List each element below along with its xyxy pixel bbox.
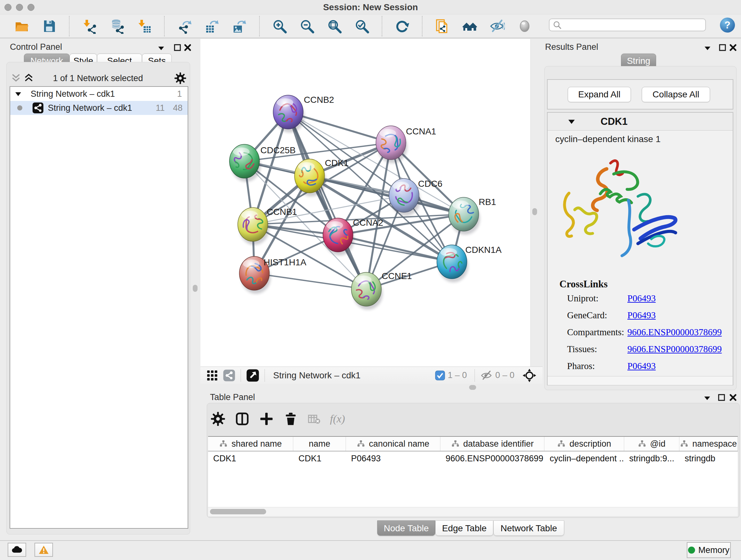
results-scrollbar-track[interactable] bbox=[548, 376, 733, 385]
network-collection-row[interactable]: String Network – cdk1 1 bbox=[10, 87, 188, 101]
column-header[interactable]: canonical name bbox=[346, 437, 441, 451]
collapse-triangle-icon[interactable] bbox=[567, 118, 576, 126]
birdseye-icon[interactable] bbox=[246, 369, 259, 382]
open-session-icon[interactable] bbox=[14, 18, 29, 34]
bottom-splitter-grip[interactable] bbox=[469, 385, 476, 390]
table-cell[interactable]: stringdb bbox=[679, 451, 738, 465]
share-document-icon[interactable] bbox=[434, 18, 450, 34]
gear-icon[interactable] bbox=[211, 412, 225, 426]
table-cell[interactable]: 9606.ENSP00000378699 bbox=[441, 451, 544, 465]
control-panel-float-icon[interactable] bbox=[173, 44, 182, 52]
grid-icon[interactable] bbox=[206, 369, 218, 381]
results-panel-menu-icon[interactable] bbox=[703, 44, 712, 52]
crosslink-row: Pharos:P06493 bbox=[547, 361, 733, 378]
network-canvas[interactable]: CCNB2CCNA1CDC25BCDK1CDC6RB1CCNB1CCNA2CDK… bbox=[200, 39, 531, 367]
table-cell[interactable]: P06493 bbox=[346, 451, 441, 465]
import-database-icon[interactable] bbox=[109, 18, 125, 34]
zoom-selected-icon[interactable] bbox=[354, 18, 369, 34]
control-panel-close-icon[interactable] bbox=[184, 44, 192, 52]
refresh-icon[interactable] bbox=[394, 18, 410, 34]
results-panel-float-icon[interactable] bbox=[718, 44, 727, 52]
right-splitter-grip[interactable] bbox=[532, 208, 537, 215]
tab-string[interactable]: String bbox=[621, 54, 656, 68]
table-cell[interactable]: stringdb:9... bbox=[624, 451, 680, 465]
column-header[interactable]: namespace bbox=[679, 437, 738, 451]
table-cell[interactable]: cyclin–dependent ... bbox=[544, 451, 624, 465]
crosslink-link[interactable]: 9606.ENSP00000378699 bbox=[627, 327, 722, 337]
search-input[interactable] bbox=[562, 20, 705, 30]
zoom-out-icon[interactable] bbox=[299, 18, 315, 34]
gear-icon[interactable] bbox=[174, 72, 186, 84]
network-edge-count: 48 bbox=[173, 101, 183, 115]
sphere-icon[interactable] bbox=[517, 18, 532, 34]
home-icon[interactable] bbox=[462, 18, 477, 34]
gene-section-header[interactable]: CDK1 bbox=[547, 112, 733, 131]
save-session-icon[interactable] bbox=[42, 18, 57, 34]
table-panel-float-icon[interactable] bbox=[718, 393, 726, 401]
footer-divider bbox=[475, 369, 475, 382]
table-scrollbar-thumb[interactable] bbox=[210, 509, 266, 514]
zoom-in-icon[interactable] bbox=[272, 18, 287, 34]
table-panel-close-icon[interactable] bbox=[729, 393, 737, 401]
columns-icon[interactable] bbox=[235, 412, 250, 426]
toolbar-divider bbox=[259, 16, 260, 37]
node-gloss bbox=[233, 147, 250, 156]
column-header[interactable]: database identifier bbox=[441, 437, 544, 451]
warning-button[interactable] bbox=[35, 543, 53, 557]
add-column-icon[interactable] bbox=[259, 412, 274, 426]
memory-button[interactable]: Memory bbox=[687, 542, 731, 558]
column-header[interactable]: shared name bbox=[208, 437, 293, 451]
crosslink-link[interactable]: 9606.ENSP00000378699 bbox=[627, 344, 722, 354]
crosslink-link[interactable]: P06493 bbox=[627, 361, 656, 371]
collapse-triangle-icon[interactable] bbox=[15, 91, 22, 98]
import-network-icon[interactable] bbox=[82, 18, 97, 34]
node-label: CDC25B bbox=[260, 145, 295, 155]
node-label: RB1 bbox=[479, 197, 496, 207]
results-panel-close-icon[interactable] bbox=[729, 44, 737, 52]
selected-checkbox-icon[interactable] bbox=[435, 370, 445, 381]
table-panel-title: Table Panel bbox=[210, 392, 255, 402]
search-field[interactable] bbox=[549, 18, 706, 31]
column-label: canonical name bbox=[369, 439, 429, 449]
zoom-fit-icon[interactable] bbox=[327, 18, 342, 34]
tab-node-table[interactable]: Node Table bbox=[377, 520, 435, 536]
expand-all-button[interactable]: Expand All bbox=[568, 87, 631, 102]
share-view-icon[interactable] bbox=[223, 369, 235, 382]
import-table-icon[interactable] bbox=[137, 18, 152, 34]
crosslink-link[interactable]: P06493 bbox=[627, 310, 656, 320]
hide-glass-icon[interactable] bbox=[489, 18, 505, 34]
crosslink-label: Pharos: bbox=[567, 361, 595, 371]
left-splitter-grip[interactable] bbox=[193, 285, 198, 292]
help-button[interactable]: ? bbox=[720, 17, 735, 33]
column-label: description bbox=[569, 439, 611, 449]
export-image-icon[interactable] bbox=[232, 18, 247, 34]
collapse-all-button[interactable]: Collapse All bbox=[642, 87, 710, 102]
trash-icon[interactable] bbox=[283, 412, 298, 426]
cloud-button[interactable] bbox=[8, 543, 26, 557]
tab-network-table[interactable]: Network Table bbox=[493, 520, 564, 536]
table-panel-menu-icon[interactable] bbox=[703, 394, 711, 402]
export-network-icon[interactable] bbox=[177, 18, 192, 34]
export-table-icon[interactable] bbox=[204, 18, 219, 34]
crosshair-icon[interactable] bbox=[522, 368, 537, 383]
node-table[interactable]: shared namenamecanonical namedatabase id… bbox=[208, 436, 738, 507]
node-label: CDC6 bbox=[418, 179, 442, 189]
column-header[interactable]: @id bbox=[624, 437, 680, 451]
tab-edge-table[interactable]: Edge Table bbox=[435, 520, 493, 536]
table-row[interactable]: CDK1CDK1P064939606.ENSP00000378699cyclin… bbox=[208, 451, 738, 465]
control-panel-menu-icon[interactable] bbox=[157, 44, 165, 52]
table-cell[interactable]: CDK1 bbox=[293, 451, 346, 465]
crosslink-link[interactable]: P06493 bbox=[627, 293, 656, 304]
table-scrollbar-track[interactable] bbox=[208, 507, 738, 516]
network-selection-status: 1 of 1 Network selected bbox=[6, 73, 190, 83]
table-cell[interactable]: CDK1 bbox=[208, 451, 293, 465]
network-type-badge bbox=[32, 103, 44, 113]
crosslink-row: Tissues:9606.ENSP00000378699 bbox=[547, 344, 733, 361]
memory-label: Memory bbox=[698, 545, 730, 555]
hidden-eye-icon[interactable] bbox=[480, 369, 493, 382]
column-header[interactable]: name bbox=[293, 437, 346, 451]
node-gloss bbox=[298, 162, 315, 171]
network-row-selected[interactable]: String Network – cdk1 11 48 bbox=[10, 101, 188, 115]
column-header[interactable]: description bbox=[544, 437, 624, 451]
crosslink-row: GeneCard:P06493 bbox=[547, 310, 733, 327]
